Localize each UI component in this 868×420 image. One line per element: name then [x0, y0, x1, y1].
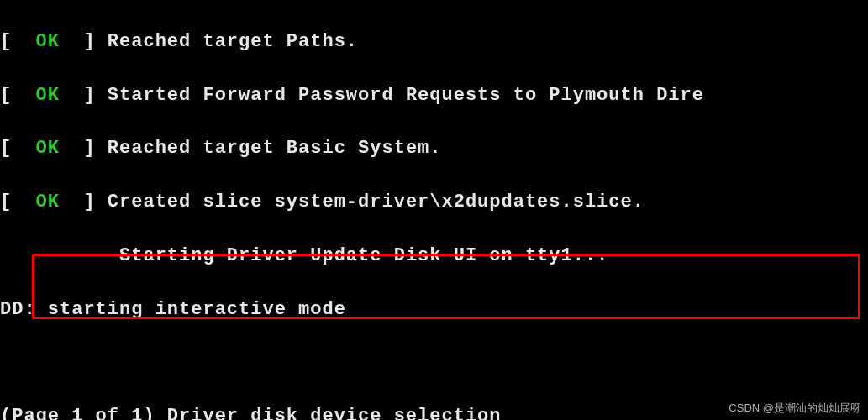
bracket: [: [0, 192, 36, 213]
starting-text: Starting Driver Update Disk UI on tty1..…: [119, 245, 608, 266]
watermark: CSDN @是潮汕的灿灿展呀: [729, 401, 861, 417]
bracket: ]: [60, 138, 108, 159]
status-ok: OK: [36, 85, 60, 106]
bracket: [: [0, 31, 36, 52]
boot-msg: Started Forward Password Requests to Ply…: [108, 85, 704, 106]
boot-line: [ OK ] Started Forward Password Requests…: [0, 82, 868, 109]
bracket: ]: [60, 31, 108, 52]
bracket: [: [0, 85, 36, 106]
blank-line: [0, 350, 868, 377]
status-ok: OK: [36, 192, 60, 213]
status-ok: OK: [36, 138, 60, 159]
bracket: ]: [60, 85, 108, 106]
boot-starting: Starting Driver Update Disk UI on tty1..…: [0, 243, 868, 270]
boot-msg: Created slice system-driver\x2dupdates.s…: [108, 192, 644, 213]
boot-msg: Reached target Paths.: [108, 31, 358, 52]
status-ok: OK: [36, 31, 60, 52]
dd-mode: DD: starting interactive mode: [0, 297, 868, 323]
bracket: [: [0, 138, 36, 159]
boot-line: [ OK ] Reached target Paths.: [0, 29, 868, 55]
bracket: ]: [60, 192, 108, 213]
boot-line: [ OK ] Created slice system-driver\x2dup…: [0, 189, 868, 216]
boot-line: [ OK ] Reached target Basic System.: [0, 135, 868, 162]
terminal-output: [ OK ] Reached target Paths. [ OK ] Star…: [0, 0, 868, 420]
boot-msg: Reached target Basic System.: [108, 138, 442, 159]
